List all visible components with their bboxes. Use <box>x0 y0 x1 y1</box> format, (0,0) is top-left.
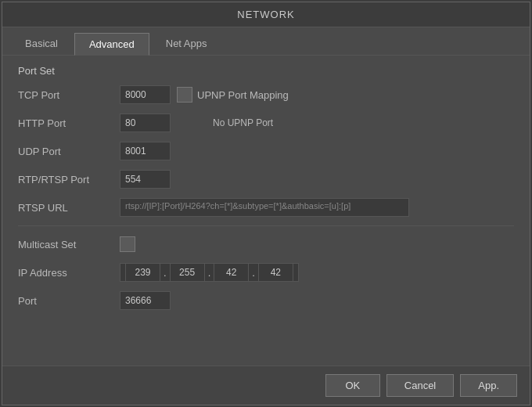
content-area: Port Set TCP Port UPNP Port Mapping HTTP… <box>2 56 530 366</box>
udp-port-input[interactable] <box>120 142 171 160</box>
app-button[interactable]: App. <box>460 374 517 397</box>
upnp-checkbox[interactable] <box>177 87 192 103</box>
tab-advanced[interactable]: Advanced <box>74 33 149 56</box>
ip-segment-1[interactable] <box>125 263 160 282</box>
multicast-port-label: Port <box>18 295 120 307</box>
rtp-rtsp-port-row: RTP/RTSP Port <box>18 169 514 189</box>
ip-address-row: IP Address . . . <box>18 262 514 283</box>
tcp-port-row: TCP Port UPNP Port Mapping <box>18 85 514 105</box>
rtp-rtsp-port-input[interactable] <box>120 170 171 189</box>
ip-segment-4[interactable] <box>258 263 293 282</box>
http-port-label: HTTP Port <box>18 117 120 129</box>
upnp-port-mapping-label: UPNP Port Mapping <box>197 89 289 101</box>
rtsp-url-row: RTSP URL rtsp://[IP]:[Port]/H264?ch=[*]&… <box>18 197 514 218</box>
udp-port-row: UDP Port <box>18 141 514 161</box>
network-dialog: NETWORK Basical Advanced Net Apps Port S… <box>2 2 530 405</box>
tcp-port-input[interactable] <box>120 85 171 104</box>
port-set-title: Port Set <box>18 65 514 77</box>
tcp-port-label: TCP Port <box>18 89 120 101</box>
dialog-title: NETWORK <box>2 2 530 27</box>
tab-basical[interactable]: Basical <box>10 32 73 55</box>
http-port-input[interactable] <box>120 113 171 132</box>
ip-dot-3: . <box>252 267 255 279</box>
multicast-port-row: Port <box>18 290 514 311</box>
ip-dot-2: . <box>208 267 211 279</box>
ip-address-group: . . . <box>120 263 299 282</box>
ip-segment-3[interactable] <box>214 263 249 282</box>
no-upnp-label: No UPNP Port <box>213 117 273 128</box>
ok-button[interactable]: OK <box>325 374 380 397</box>
ip-address-label: IP Address <box>18 267 120 279</box>
multicast-checkbox[interactable] <box>120 236 135 252</box>
tab-netapps[interactable]: Net Apps <box>151 32 222 55</box>
rtsp-url-label: RTSP URL <box>18 202 120 214</box>
rtsp-url-value: rtsp://[IP]:[Port]/H264?ch=[*]&subtype=[… <box>120 198 409 217</box>
tab-bar: Basical Advanced Net Apps <box>2 27 530 56</box>
cancel-button[interactable]: Cancel <box>386 374 454 397</box>
multicast-set-row: Multicast Set <box>18 234 514 254</box>
multicast-port-input[interactable] <box>120 291 171 310</box>
rtp-rtsp-port-label: RTP/RTSP Port <box>18 174 120 185</box>
http-port-row: HTTP Port No UPNP Port <box>18 113 514 133</box>
udp-port-label: UDP Port <box>18 146 120 157</box>
dialog-footer: OK Cancel App. <box>2 366 530 405</box>
multicast-set-label: Multicast Set <box>18 239 120 250</box>
ip-dot-1: . <box>164 267 167 279</box>
ip-segment-2[interactable] <box>170 263 205 282</box>
